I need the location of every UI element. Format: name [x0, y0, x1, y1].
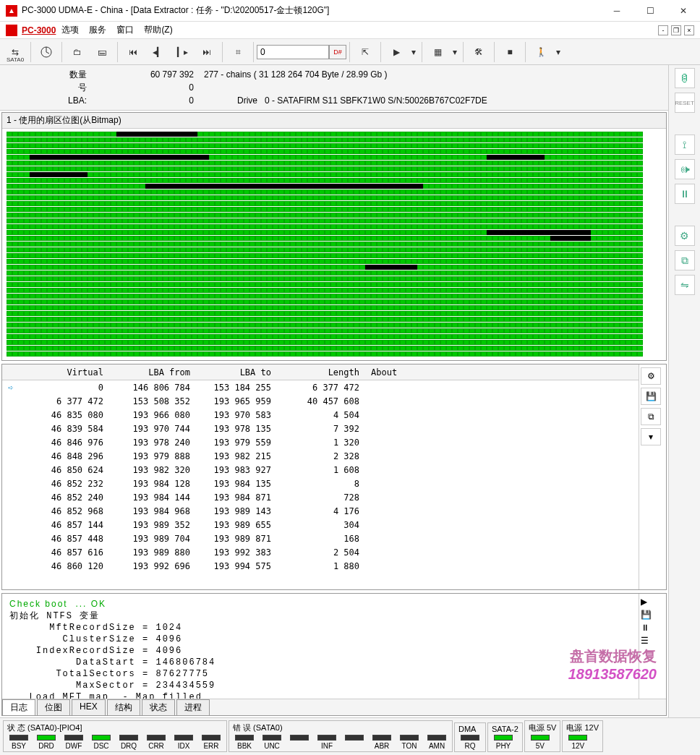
num-label: 号: [6, 82, 93, 94]
tools-button[interactable]: 🛠: [466, 41, 491, 63]
d-number-button[interactable]: D#: [329, 45, 346, 59]
first-button[interactable]: ⏮: [121, 41, 145, 63]
tab-status[interactable]: 状态: [142, 699, 175, 715]
log-panel: Check boot ... OK 初始化 NTFS 变量 MftRecordS…: [1, 593, 667, 716]
grid-dropdown[interactable]: ▾: [450, 41, 460, 63]
tab-hex[interactable]: HEX: [72, 699, 106, 715]
exit-dropdown[interactable]: ▾: [553, 41, 563, 63]
col-lba-from[interactable]: LBA from: [109, 367, 196, 378]
minimize-button[interactable]: ─: [600, 0, 633, 22]
plug-icon[interactable]: ⇋: [675, 275, 695, 295]
toolbar: ⇆SATA0 🗀 🖴 ⏮ ◂▎ ▎▸ ⏭ ⌗ D# ⇱ ▶ ▾ ▦ ▾ 🛠 ■ …: [0, 39, 700, 65]
table-do-icon[interactable]: ⚙: [641, 367, 661, 385]
table-row[interactable]: 46 848 296193 979 888193 982 2152 328: [2, 449, 639, 463]
mdi-minimize[interactable]: -: [658, 25, 668, 35]
led-12v: 12V: [565, 735, 591, 750]
tab-struct[interactable]: 结构: [107, 699, 140, 715]
brand-label[interactable]: PC-3000: [22, 25, 56, 35]
table-row[interactable]: 46 857 448193 989 704193 989 871168: [2, 532, 639, 545]
table-row[interactable]: 6 377 472153 508 352193 965 95940 457 60…: [2, 394, 639, 408]
table-body[interactable]: ➪ 0146 806 784153 184 2556 377 472 6 377…: [2, 380, 639, 589]
grid-button[interactable]: ⌗: [226, 41, 250, 63]
qty-label: 数量: [6, 69, 93, 81]
num-value: 0: [93, 82, 201, 93]
stop-button[interactable]: ■: [498, 41, 522, 63]
copy2-icon[interactable]: ⧉: [675, 250, 695, 270]
tab-bitmap[interactable]: 位图: [37, 699, 70, 715]
menu-options[interactable]: 选项: [57, 22, 83, 38]
table-copy-icon[interactable]: ⧉: [641, 408, 661, 425]
table-row[interactable]: ➪ 0146 806 784153 184 2556 377 472: [2, 380, 639, 394]
log-save-icon[interactable]: 💾: [641, 610, 665, 620]
open-button[interactable]: 🗀: [65, 41, 90, 63]
col-virtual[interactable]: Virtual: [15, 367, 109, 378]
power12v-group: 电源 12V12V: [562, 720, 603, 752]
table-row[interactable]: 46 857 616193 989 880193 992 3832 504: [2, 545, 639, 559]
tab-log[interactable]: 日志: [2, 699, 35, 715]
table-row[interactable]: 46 852 240193 984 144193 984 871728: [2, 490, 639, 504]
table-save-icon[interactable]: 💾: [641, 388, 661, 405]
play-button[interactable]: ▶: [384, 41, 409, 63]
last-button[interactable]: ⏭: [195, 41, 219, 63]
qty-extra: 277 - chains ( 31 128 264 704 Byte / 28.…: [201, 69, 388, 80]
led-inf: INF: [314, 735, 340, 750]
error-group: 错 误 (SATA0)BBKUNCINFABRTONAMN: [229, 720, 453, 752]
reset-icon[interactable]: RESET: [675, 93, 695, 113]
maximize-button[interactable]: ☐: [633, 0, 667, 22]
export-button[interactable]: ⇱: [353, 41, 377, 63]
led-err: ERR: [198, 735, 224, 750]
offset-input[interactable]: [257, 45, 329, 59]
led-bsy: BSY: [6, 735, 32, 750]
table-row[interactable]: 46 835 080193 966 080193 970 5834 504: [2, 408, 639, 422]
antenna-icon[interactable]: ⟟: [675, 135, 695, 155]
window-title: PC-3000 UDMA-E - China - [Data Extractor…: [22, 4, 600, 17]
led-unc: UNC: [259, 735, 285, 750]
mdi-restore[interactable]: ❐: [671, 25, 681, 35]
led-idx: IDX: [171, 735, 197, 750]
close-button[interactable]: ✕: [667, 0, 700, 22]
gear2-icon[interactable]: ⚙: [675, 226, 695, 246]
table-row[interactable]: 46 850 624193 982 320193 983 9271 608: [2, 463, 639, 477]
status-group: 状 态 (SATA0)-[PIO4]BSYDRDDWFDSCDRQCRRIDXE…: [3, 720, 227, 752]
brand-icon: [6, 25, 17, 36]
menu-help[interactable]: 帮助(Z): [140, 22, 176, 38]
qty-value: 60 797 392: [93, 69, 201, 80]
sata-port-button[interactable]: ⇆SATA0: [3, 41, 27, 63]
col-lba-to[interactable]: LBA to: [196, 367, 277, 378]
table-header: Virtual LBA from LBA to Length About: [2, 364, 639, 380]
connect-button[interactable]: [34, 41, 59, 63]
log-list-icon[interactable]: ☰: [641, 636, 665, 646]
exit-button[interactable]: 🚶: [529, 41, 553, 63]
table-row[interactable]: 46 852 968193 984 968193 989 1434 176: [2, 504, 639, 518]
mdi-close[interactable]: ×: [684, 25, 694, 35]
led-drq: DRQ: [116, 735, 142, 750]
table-row[interactable]: 46 857 144193 989 352193 989 655304: [2, 518, 639, 532]
table-row[interactable]: 46 839 584193 970 744193 978 1357 392: [2, 422, 639, 435]
menu-services[interactable]: 服务: [85, 22, 111, 38]
sound-icon[interactable]: 🕪: [675, 159, 695, 179]
log-body[interactable]: Check boot ... OK 初始化 NTFS 变量 MftRecordS…: [2, 594, 639, 699]
db-icon[interactable]: 🛢: [675, 68, 695, 88]
table-row[interactable]: 46 846 976193 978 240193 979 5591 320: [2, 435, 639, 449]
led-crr: CRR: [143, 735, 169, 750]
log-run-icon[interactable]: ▶: [641, 597, 665, 607]
menu-window[interactable]: 窗口: [112, 22, 138, 38]
col-length[interactable]: Length: [277, 367, 365, 378]
drive-button[interactable]: 🖴: [90, 41, 114, 63]
table-dropdown-icon[interactable]: ▾: [641, 428, 661, 445]
table-row[interactable]: 46 852 232193 984 128193 984 1358: [2, 477, 639, 490]
bitmap-title: 1 - 使用的扇区位图(从Bitmap): [2, 113, 666, 129]
led-abr: ABR: [369, 735, 395, 750]
grid-icon[interactable]: ▦: [425, 41, 450, 63]
bitmap-grid[interactable]: [2, 129, 666, 360]
tab-process[interactable]: 进程: [176, 699, 210, 715]
table-row[interactable]: 46 860 120193 992 696193 994 5751 880: [2, 559, 639, 573]
play-dropdown[interactable]: ▾: [409, 41, 419, 63]
pause-icon[interactable]: ⏸: [675, 184, 695, 204]
led-: [286, 735, 312, 750]
log-pause-icon[interactable]: ⏸: [641, 623, 665, 633]
col-about[interactable]: About: [365, 367, 639, 378]
next-button[interactable]: ▎▸: [170, 41, 195, 63]
drive-label: Drive: [237, 95, 257, 106]
prev-button[interactable]: ◂▎: [145, 41, 170, 63]
